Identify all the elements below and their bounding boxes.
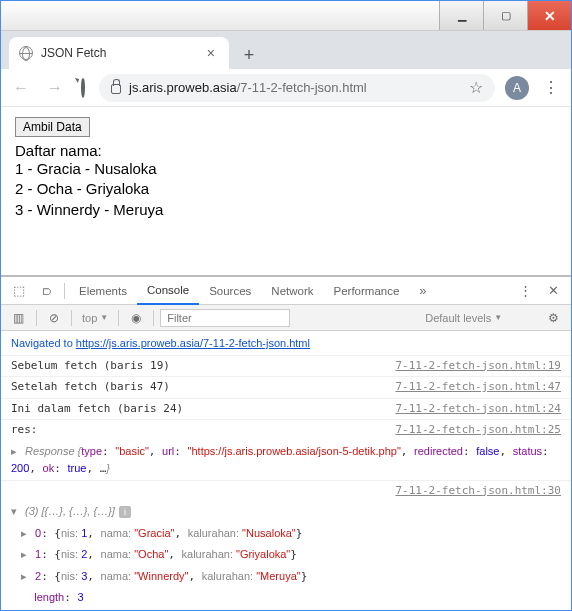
bookmark-icon[interactable]: ☆ [469, 78, 483, 97]
maximize-button[interactable]: ▢ [483, 1, 527, 30]
console-sidebar-icon[interactable]: ▥ [7, 309, 30, 327]
ambil-data-button[interactable]: Ambil Data [15, 117, 90, 137]
lock-icon [111, 84, 121, 94]
inspect-icon[interactable]: ⬚ [7, 279, 31, 302]
menu-icon[interactable]: ⋮ [539, 78, 563, 97]
console-line: res:7-11-2-fetch-json.html:25 [1, 420, 571, 441]
source-link[interactable]: 7-11-2-fetch-json.html:25 [395, 422, 561, 439]
list-item: 2 - Ocha - Griyaloka [15, 179, 557, 199]
devtools-close-icon[interactable]: ✕ [542, 279, 565, 302]
console-line: Setelah fetch (baris 47)7-11-2-fetch-jso… [1, 377, 571, 399]
source-link[interactable]: 7-11-2-fetch-json.html:47 [395, 379, 561, 396]
console-output: Navigated to https://js.aris.proweb.asia… [1, 331, 571, 611]
devtools-menu-icon[interactable]: ⋮ [513, 279, 538, 302]
devtools-tab-sources[interactable]: Sources [199, 277, 261, 305]
devtools-panel: ⬚ ⫐ ElementsConsoleSourcesNetworkPerform… [1, 275, 571, 611]
browser-tabbar: JSON Fetch × + [1, 31, 571, 69]
url-text: js.aris.proweb.asia/7-11-2-fetch-json.ht… [129, 80, 367, 95]
console-array-item[interactable]: ▸1: {nis: 2, nama: "Ocha", kalurahan: "G… [1, 544, 571, 566]
globe-icon [19, 46, 33, 60]
log-levels-select[interactable]: Default levels ▼ [421, 312, 506, 324]
more-tabs-icon[interactable]: » [413, 279, 432, 302]
console-toolbar: ▥ ⊘ top ▼ ◉ Default levels ▼ ⚙ [1, 305, 571, 331]
devtools-tab-elements[interactable]: Elements [69, 277, 137, 305]
console-line: 7-11-2-fetch-json.html:30 [1, 481, 571, 502]
console-filter-input[interactable] [160, 309, 290, 327]
console-line: Sebelum fetch (baris 19)7-11-2-fetch-jso… [1, 356, 571, 378]
eye-icon[interactable]: ◉ [125, 309, 147, 327]
close-button[interactable]: ✕ [527, 1, 571, 30]
window-titlebar: ▁ ▢ ✕ [1, 1, 571, 31]
profile-avatar[interactable]: A [505, 76, 529, 100]
source-link[interactable]: 7-11-2-fetch-json.html:30 [395, 483, 561, 500]
tab-title: JSON Fetch [41, 46, 195, 60]
console-settings-icon[interactable]: ⚙ [542, 309, 565, 327]
address-bar: ← → js.aris.proweb.asia/7-11-2-fetch-jso… [1, 69, 571, 107]
page-content: Ambil Data Daftar nama: 1 - Gracia - Nus… [1, 107, 571, 275]
context-select[interactable]: top ▼ [78, 312, 112, 324]
list-item: 1 - Gracia - Nusaloka [15, 159, 557, 179]
reload-icon[interactable] [77, 75, 89, 101]
url-input[interactable]: js.aris.proweb.asia/7-11-2-fetch-json.ht… [99, 74, 495, 102]
console-prop: length: 3 [1, 587, 571, 609]
nav-url-link[interactable]: https://js.aris.proweb.asia/7-11-2-fetch… [76, 337, 310, 349]
info-icon[interactable]: i [119, 506, 131, 518]
console-array-item[interactable]: ▸0: {nis: 1, nama: "Gracia", kalurahan: … [1, 523, 571, 545]
devtools-tab-performance[interactable]: Performance [324, 277, 410, 305]
back-icon[interactable]: ← [9, 75, 33, 101]
browser-tab[interactable]: JSON Fetch × [9, 37, 229, 69]
console-array[interactable]: ▾(3) [{…}, {…}, {…}]i [1, 501, 571, 523]
minimize-button[interactable]: ▁ [439, 1, 483, 30]
source-link[interactable]: 7-11-2-fetch-json.html:19 [395, 358, 561, 375]
list-heading: Daftar nama: [15, 142, 557, 159]
source-link[interactable]: 7-11-2-fetch-json.html:24 [395, 401, 561, 418]
console-object[interactable]: ▸Response {type: "basic", url: "https://… [1, 441, 571, 481]
devtools-tabs: ⬚ ⫐ ElementsConsoleSourcesNetworkPerform… [1, 277, 571, 305]
close-tab-icon[interactable]: × [203, 45, 219, 61]
list-item: 3 - Winnerdy - Meruya [15, 200, 557, 220]
forward-icon[interactable]: → [43, 75, 67, 101]
clear-console-icon[interactable]: ⊘ [43, 309, 65, 327]
console-line: Ini dalam fetch (baris 24)7-11-2-fetch-j… [1, 399, 571, 421]
devtools-tab-console[interactable]: Console [137, 277, 199, 305]
device-icon[interactable]: ⫐ [35, 279, 60, 302]
devtools-tab-network[interactable]: Network [261, 277, 323, 305]
console-line: Navigated to https://js.aris.proweb.asia… [1, 333, 571, 356]
console-array-item[interactable]: ▸2: {nis: 3, nama: "Winnerdy", kalurahan… [1, 566, 571, 588]
new-tab-button[interactable]: + [235, 41, 263, 69]
